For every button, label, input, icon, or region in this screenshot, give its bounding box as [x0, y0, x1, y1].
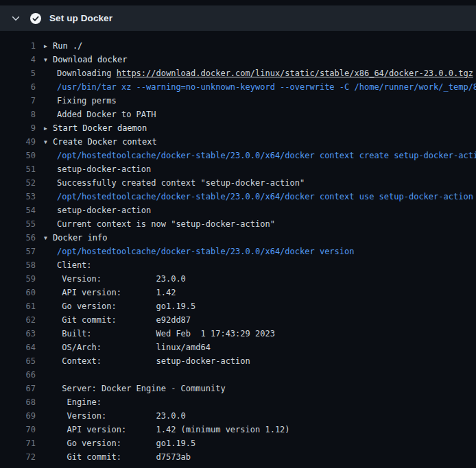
triangle-expanded-icon: ▼	[44, 235, 53, 241]
step-header[interactable]: Set up Docker	[0, 5, 476, 31]
log-group-row: 4▼Download docker	[0, 53, 476, 66]
log-text: setup-docker-action	[44, 206, 151, 215]
line-number[interactable]: 7	[0, 96, 44, 106]
log-text: API version: 1.42 (minimum version 1.12)	[44, 425, 290, 434]
log-row: 62 Git commit: e92dd87	[0, 313, 476, 327]
group-title: Run ./	[53, 41, 82, 51]
actions-log-page: Set up Docker 1▶Run ./4▼Download docker5…	[0, 5, 476, 468]
command-text: /opt/hostedtoolcache/docker-stable/23.0.…	[44, 151, 476, 160]
group-header[interactable]: ▼Download docker	[44, 55, 127, 64]
log-row: 51setup-docker-action	[0, 162, 476, 176]
log-row: 55Current context is now "setup-docker-a…	[0, 217, 476, 231]
log-text: Version: 23.0.0	[44, 411, 186, 421]
group-header[interactable]: ▶Run ./	[44, 41, 82, 51]
log-text: Downloading https://download.docker.com/…	[44, 69, 473, 78]
line-number[interactable]: 6	[0, 82, 44, 92]
line-number[interactable]: 58	[0, 260, 44, 270]
triangle-expanded-icon: ▼	[44, 57, 53, 63]
line-number[interactable]: 70	[0, 425, 44, 434]
log-row: 61 Go version: go1.19.5	[0, 299, 476, 313]
line-number[interactable]: 60	[0, 288, 44, 297]
log-row: 5Downloading https://download.docker.com…	[0, 66, 476, 80]
group-header[interactable]: ▼Create Docker context	[44, 137, 157, 147]
line-number[interactable]: 62	[0, 315, 44, 325]
line-number[interactable]: 1	[0, 41, 44, 51]
log-text: Context: setup-docker-action	[44, 356, 250, 366]
line-number[interactable]: 53	[0, 192, 44, 201]
log-text: Successfully created context "setup-dock…	[44, 178, 305, 188]
command-text: /opt/hostedtoolcache/docker-stable/23.0.…	[44, 247, 354, 256]
log-text: API version: 1.42	[44, 288, 176, 297]
line-number[interactable]: 69	[0, 411, 44, 421]
line-number[interactable]: 8	[0, 110, 44, 119]
log-row: 65 Context: setup-docker-action	[0, 354, 476, 368]
chevron-down-icon[interactable]	[11, 14, 21, 23]
line-number[interactable]: 65	[0, 356, 44, 366]
log-row: 59 Version: 23.0.0	[0, 272, 476, 286]
log-text: Engine:	[44, 397, 102, 407]
group-header[interactable]: ▶Start Docker daemon	[44, 123, 147, 133]
line-number[interactable]: 67	[0, 384, 44, 393]
line-number[interactable]: 55	[0, 219, 44, 229]
group-title: Docker info	[53, 233, 107, 243]
line-number[interactable]: 5	[0, 69, 44, 78]
group-title: Start Docker daemon	[53, 123, 147, 133]
group-title: Download docker	[53, 55, 127, 64]
download-url-link[interactable]: https://download.docker.com/linux/static…	[117, 69, 473, 78]
log-lines: 1▶Run ./4▼Download docker5Downloading ht…	[0, 31, 476, 464]
triangle-collapsed-icon: ▶	[44, 43, 53, 49]
command-text: /opt/hostedtoolcache/docker-stable/23.0.…	[44, 192, 473, 201]
line-number[interactable]: 54	[0, 206, 44, 215]
log-row: 54setup-docker-action	[0, 204, 476, 217]
log-group-row: 49▼Create Docker context	[0, 135, 476, 149]
log-row: 70 API version: 1.42 (minimum version 1.…	[0, 423, 476, 436]
line-number[interactable]: 61	[0, 301, 44, 311]
line-number[interactable]: 51	[0, 164, 44, 174]
log-row: 66	[0, 368, 476, 382]
log-text: Version: 23.0.0	[44, 274, 186, 284]
log-text: Built: Wed Feb 1 17:43:29 2023	[44, 329, 275, 338]
group-title: Create Docker context	[53, 137, 157, 147]
log-row: 50/opt/hostedtoolcache/docker-stable/23.…	[0, 149, 476, 162]
log-row: 6/usr/bin/tar xz --warning=no-unknown-ke…	[0, 80, 476, 94]
log-row: 67 Server: Docker Engine - Community	[0, 382, 476, 395]
line-number[interactable]: 49	[0, 137, 44, 147]
line-number[interactable]: 56	[0, 233, 44, 243]
log-text: Go version: go1.19.5	[44, 301, 195, 311]
log-text: Go version: go1.19.5	[44, 439, 195, 448]
log-row: 8Added Docker to PATH	[0, 108, 476, 121]
line-number[interactable]: 59	[0, 274, 44, 284]
line-number[interactable]: 66	[0, 370, 44, 380]
log-row: 71 Go version: go1.19.5	[0, 436, 476, 450]
log-group-row: 1▶Run ./	[0, 39, 476, 53]
group-header[interactable]: ▼Docker info	[44, 233, 107, 243]
log-text: setup-docker-action	[44, 164, 151, 174]
log-text: Client:	[44, 260, 92, 270]
step-title: Set up Docker	[49, 13, 112, 23]
line-number[interactable]: 72	[0, 452, 44, 462]
log-row: 63 Built: Wed Feb 1 17:43:29 2023	[0, 327, 476, 341]
log-text: OS/Arch: linux/amd64	[44, 343, 211, 352]
log-text: Git commit: e92dd87	[44, 315, 191, 325]
log-text: Fixing perms	[44, 96, 117, 106]
line-number[interactable]: 52	[0, 178, 44, 188]
line-number[interactable]: 68	[0, 397, 44, 407]
log-row: 64 OS/Arch: linux/amd64	[0, 341, 476, 354]
line-number[interactable]: 4	[0, 55, 44, 64]
log-row: 53/opt/hostedtoolcache/docker-stable/23.…	[0, 190, 476, 204]
log-group-row: 9▶Start Docker daemon	[0, 121, 476, 135]
log-text: Git commit: d7573ab	[44, 452, 191, 462]
log-text: Current context is now "setup-docker-act…	[44, 219, 275, 229]
log-row: 69 Version: 23.0.0	[0, 409, 476, 423]
line-number[interactable]: 71	[0, 439, 44, 448]
line-number[interactable]: 64	[0, 343, 44, 352]
command-text: /usr/bin/tar xz --warning=no-unknown-key…	[44, 82, 476, 92]
line-number[interactable]: 63	[0, 329, 44, 338]
line-number[interactable]: 9	[0, 123, 44, 133]
log-row: 57/opt/hostedtoolcache/docker-stable/23.…	[0, 245, 476, 258]
log-text: Added Docker to PATH	[44, 110, 156, 119]
line-number[interactable]: 50	[0, 151, 44, 160]
log-row: 7Fixing perms	[0, 94, 476, 108]
line-number[interactable]: 57	[0, 247, 44, 256]
success-check-icon	[30, 13, 41, 24]
